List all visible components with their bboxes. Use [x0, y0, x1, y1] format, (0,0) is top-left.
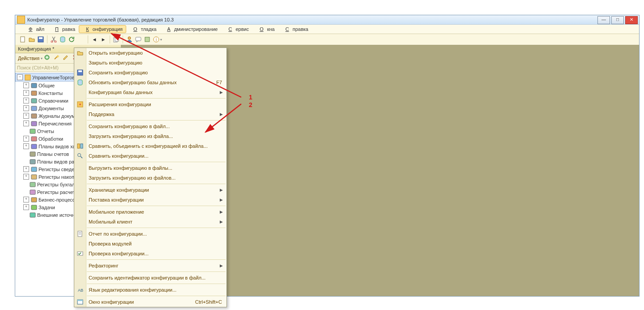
annotation-2: 2: [249, 101, 252, 108]
svg-line-51: [205, 104, 241, 132]
annotation-arrows: [15, 15, 642, 302]
annotation-1: 1: [249, 94, 252, 101]
svg-line-50: [111, 34, 241, 97]
app-window: Конфигуратор - Управление торговлей (баз…: [15, 15, 640, 297]
